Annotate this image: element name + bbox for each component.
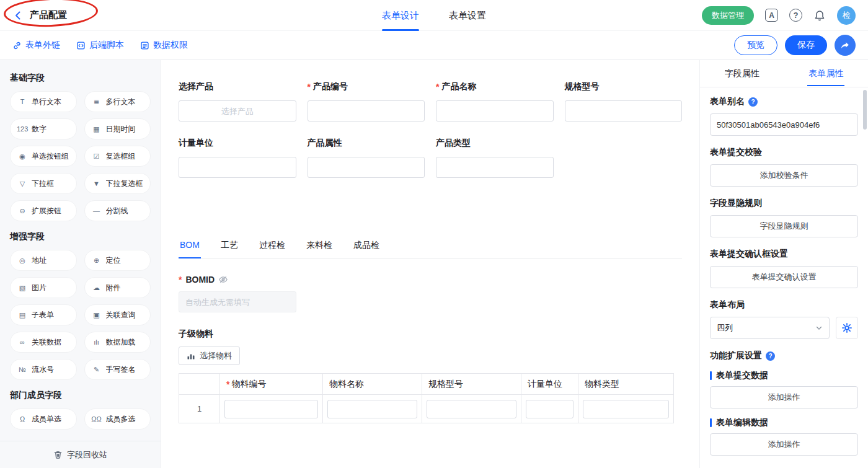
select-product-input[interactable] <box>179 100 296 121</box>
tab-finished-inspection[interactable]: 成品检 <box>352 240 381 258</box>
material-type-input[interactable] <box>583 400 669 418</box>
product-code-input[interactable] <box>308 100 425 121</box>
alias-help-icon[interactable]: ? <box>748 97 758 107</box>
notification-bell-icon[interactable] <box>813 9 826 22</box>
add-action-submit-button[interactable]: 添加操作 <box>710 386 858 408</box>
signature-pen-icon: ✎ <box>91 366 102 374</box>
permission-icon <box>140 41 149 50</box>
add-validation-condition-button[interactable]: 添加校验条件 <box>710 164 858 187</box>
extension-help-icon[interactable]: ? <box>766 351 775 361</box>
sidebar-item-image[interactable]: ▧图片 <box>10 277 77 298</box>
share-button[interactable] <box>835 35 856 56</box>
tab-process[interactable]: 工艺 <box>219 240 239 258</box>
material-spec-input[interactable] <box>427 400 516 418</box>
col-spec-model: 规格型号 <box>422 374 521 395</box>
col-material-name: 物料名称 <box>323 374 422 395</box>
form-field-unit: 计量单位 <box>179 138 296 178</box>
sidebar-item-subform[interactable]: ▤子表单 <box>10 304 77 325</box>
select-material-button[interactable]: 选择物料 <box>179 347 240 365</box>
submit-confirm-settings-button[interactable]: 表单提交确认设置 <box>710 266 858 288</box>
data-management-button[interactable]: 数据管理 <box>702 6 754 25</box>
tab-incoming-inspection[interactable]: 来料检 <box>305 240 334 258</box>
tab-form-settings[interactable]: 表单设置 <box>449 0 486 31</box>
sidebar-item-member-single[interactable]: Ω成员单选 <box>10 408 77 430</box>
sidebar-item-datetime[interactable]: ▦日期时间 <box>84 118 151 139</box>
add-action-edit-button[interactable]: 添加操作 <box>710 433 858 456</box>
form-field-select-product: 选择产品 <box>179 81 296 121</box>
relation-query-icon: ▣ <box>91 311 102 319</box>
material-unit-input[interactable] <box>526 400 574 418</box>
sidebar-item-checkbox-group[interactable]: ☑复选框组 <box>84 146 151 167</box>
submit-confirm-heading: 表单提交确认框设置 <box>710 249 858 260</box>
sidebar-item-radio-group[interactable]: ◉单选按钮组 <box>10 146 77 167</box>
sidebar-item-single-line-text[interactable]: T单行文本 <box>10 91 77 112</box>
product-attribute-input[interactable] <box>308 157 425 178</box>
sidebar-item-serial-number[interactable]: №流水号 <box>10 359 77 380</box>
sidebar-item-attachment[interactable]: ☁附件 <box>84 277 151 298</box>
tab-field-properties[interactable]: 字段属性 <box>700 60 784 87</box>
help-icon[interactable]: ? <box>789 9 802 22</box>
sidebar-item-dropdown[interactable]: ▽下拉框 <box>10 173 77 194</box>
sidebar-item-number[interactable]: 123数字 <box>10 118 77 139</box>
form-external-link-label: 表单外链 <box>25 40 60 51</box>
accent-bar <box>710 371 712 380</box>
user-avatar[interactable]: 检 <box>837 6 856 25</box>
select-material-label: 选择物料 <box>200 350 232 361</box>
sidebar-item-signature[interactable]: ✎手写签名 <box>84 359 151 380</box>
recycle-bin-label: 字段回收站 <box>67 449 107 461</box>
save-button[interactable]: 保存 <box>785 35 827 55</box>
submit-data-group-title: 表单提交数据 <box>710 370 858 381</box>
layout-settings-button[interactable] <box>836 317 858 339</box>
product-name-input[interactable] <box>436 100 554 121</box>
material-code-input[interactable] <box>224 400 318 418</box>
member-single-icon: Ω <box>17 415 28 423</box>
unit-input[interactable] <box>179 157 296 178</box>
form-layout-row: 四列 <box>710 317 858 339</box>
data-permission-label: 数据权限 <box>153 40 188 51</box>
required-mark: * <box>308 82 311 92</box>
spec-model-input[interactable] <box>565 100 683 121</box>
properties-panel: 字段属性 表单属性 表单别名 ? 表单提交校验 添加校验条件 字段显隐规则 字段… <box>699 60 868 468</box>
tab-bom[interactable]: BOM <box>179 240 201 258</box>
form-external-link-button[interactable]: 表单外链 <box>12 40 60 51</box>
sidebar-item-location[interactable]: ⊕定位 <box>84 250 151 271</box>
sidebar-item-divider[interactable]: —分割线 <box>84 200 151 221</box>
required-mark: * <box>179 275 182 285</box>
form-field-product-attribute: 产品属性 <box>308 138 425 178</box>
layout-select[interactable]: 四列 <box>710 317 830 339</box>
sidebar-item-multi-line-text[interactable]: ≣多行文本 <box>84 91 151 112</box>
backend-script-button[interactable]: 后端脚本 <box>76 40 124 51</box>
field-recycle-bin[interactable]: 字段回收站 <box>0 441 161 468</box>
section-title-enhanced-fields: 增强字段 <box>10 231 151 242</box>
back-chevron-icon[interactable] <box>12 10 24 21</box>
bomid-input[interactable] <box>179 291 296 312</box>
sidebar-item-address[interactable]: ◎地址 <box>10 250 77 271</box>
attachment-icon: ☁ <box>91 284 102 292</box>
panel-scrollbar[interactable] <box>863 90 867 130</box>
form-alias-input[interactable] <box>710 113 858 136</box>
section-title-basic-fields: 基础字段 <box>10 73 151 84</box>
field-label: 产品类型 <box>436 138 471 149</box>
share-arrow-icon <box>840 40 850 50</box>
field-visibility-rules-button[interactable]: 字段显隐规则 <box>710 215 858 237</box>
form-canvas: 选择产品 *产品编号 *产品名称 规格型号 计量单位 产品属性 <box>161 60 699 468</box>
data-permission-button[interactable]: 数据权限 <box>140 40 188 51</box>
divider-icon: — <box>91 207 102 214</box>
multi-dropdown-icon: ▼ <box>91 180 102 187</box>
sidebar-item-extend-button[interactable]: ⊖扩展按钮 <box>10 200 77 221</box>
material-name-input[interactable] <box>327 400 417 418</box>
tab-in-process-inspection[interactable]: 过程检 <box>258 240 286 258</box>
sidebar-item-multi-dropdown[interactable]: ▼下拉复选框 <box>84 173 151 194</box>
product-type-input[interactable] <box>436 157 554 178</box>
preview-button[interactable]: 预览 <box>734 35 777 55</box>
language-translate-icon[interactable]: A <box>765 9 778 22</box>
tab-form-properties[interactable]: 表单属性 <box>784 60 868 87</box>
sidebar-item-data-load[interactable]: ılı数据加载 <box>84 332 151 353</box>
sidebar-item-relation-data[interactable]: ∞关联数据 <box>10 332 77 353</box>
row-index: 1 <box>179 395 220 423</box>
page-title: 产品配置 <box>30 9 67 21</box>
subtable-row: 1 <box>179 395 674 423</box>
sidebar-item-member-multi[interactable]: ΩΩ成员多选 <box>84 408 151 430</box>
sidebar-item-relation-query[interactable]: ▣关联查询 <box>84 304 151 325</box>
tab-form-design[interactable]: 表单设计 <box>382 0 419 31</box>
